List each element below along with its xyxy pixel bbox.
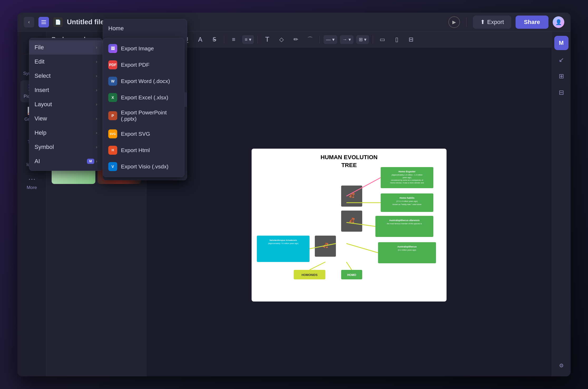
export-ppt-icon: P	[108, 111, 117, 120]
export-html[interactable]: H Export Html	[103, 142, 184, 158]
text-type-button[interactable]: T	[262, 34, 273, 45]
menu-edit-arrow: ›	[96, 59, 97, 64]
export-excel-label: Export Excel (.xlsx)	[121, 94, 168, 101]
svg-text:(Approximately 7-6 million yea: (Approximately 7-6 million years ago)	[268, 242, 298, 245]
svg-line-28	[346, 244, 378, 253]
menu-button[interactable]	[38, 17, 49, 27]
export-html-icon: H	[108, 146, 117, 155]
grid-select[interactable]: ⊞ ▾	[356, 35, 369, 44]
toolbar-divider-4	[373, 36, 373, 43]
svg-text:Homo habilis: Homo habilis	[400, 197, 415, 199]
export-word-icon: W	[108, 77, 117, 86]
menu-insert-arrow: ›	[96, 88, 97, 93]
export-svg[interactable]: SVG Export SVG	[103, 126, 184, 142]
svg-rect-6	[381, 193, 433, 212]
ai-label: M	[559, 40, 564, 46]
export-image[interactable]: 🖼 Export Image	[103, 40, 184, 57]
back-button[interactable]: ‹	[24, 17, 34, 27]
align-button[interactable]: ≡	[228, 34, 239, 45]
svg-text:(Approximately 1.9 million - 1: (Approximately 1.9 million - 1.4 million	[391, 174, 423, 176]
menu-item-insert[interactable]: Insert ›	[29, 83, 102, 97]
ai-badge[interactable]: M	[554, 36, 569, 50]
toolbar-divider-2	[258, 36, 258, 43]
distribute-button[interactable]: ⊟	[405, 34, 417, 45]
right-btn-import[interactable]: ↙	[555, 53, 568, 66]
diagram-title: HUMAN EVOLUTION	[257, 154, 441, 161]
svg-text:years ago): years ago)	[403, 177, 411, 179]
align-select[interactable]: ≡ ▾	[242, 35, 254, 44]
menu-layout-label: Layout	[35, 101, 52, 108]
export-submenu[interactable]: 🖼 Export Image PDF Export PDF W Export W…	[103, 38, 184, 177]
right-btn-layers[interactable]: ⊟	[555, 86, 568, 99]
export-svg-label: Export SVG	[121, 131, 150, 137]
text-color-button[interactable]: A	[194, 34, 206, 45]
line-end-select[interactable]: → ▾	[340, 35, 354, 44]
frame1-button[interactable]: ▭	[377, 34, 388, 45]
evolution-diagram: HUMAN EVOLUTION TREE Homo Ergaster (Appr…	[252, 149, 447, 302]
menu-symbol-label: Symbol	[35, 144, 54, 150]
export-pdf-icon: PDF	[108, 60, 117, 69]
shape-button[interactable]: ◇	[276, 34, 287, 45]
strikethrough-button[interactable]: S̶	[209, 34, 220, 45]
line-style-select[interactable]: — ▾	[324, 35, 337, 44]
export-excel-icon: X	[108, 93, 117, 102]
menu-file-arrow: ›	[96, 45, 97, 50]
svg-text:Homo Ergaster: Homo Ergaster	[399, 170, 416, 173]
export-icon: ⬆	[480, 19, 485, 26]
export-svg-icon: SVG	[108, 129, 117, 138]
avatar: 👤	[553, 16, 564, 28]
ai-icon: M	[87, 159, 94, 164]
play-button[interactable]: ▶	[448, 16, 460, 28]
svg-text:HOMO: HOMO	[347, 273, 356, 276]
svg-line-35	[346, 262, 352, 270]
file-menu[interactable]: File › Edit › Select › Insert › Layout ›…	[29, 38, 103, 171]
svg-line-34	[310, 262, 325, 270]
menu-item-select[interactable]: Select ›	[29, 69, 102, 83]
export-button[interactable]: ⬆ Export	[473, 16, 511, 29]
export-ppt[interactable]: P Export PowerPoint (.pptx)	[103, 106, 184, 126]
menu-ai-label: AI	[35, 158, 40, 165]
export-visio-label: Export Visio (.vsdx)	[121, 163, 169, 170]
menu-view-arrow: ›	[96, 116, 97, 121]
menu-help-arrow: ›	[96, 130, 97, 135]
right-sidebar: M ↙ ⊞ ⊟ ⚙	[552, 32, 571, 376]
export-word[interactable]: W Export Word (.docx)	[103, 73, 184, 89]
share-button[interactable]: Share	[516, 16, 548, 29]
menu-item-layout[interactable]: Layout ›	[29, 97, 102, 111]
menu-item-view[interactable]: View ›	[29, 111, 102, 126]
export-html-label: Export Html	[121, 147, 150, 153]
toolbar: B I U A S̶ ≡ ≡ ▾ T ◇ ✏ ⌒ — ▾ → ▾ ⊞ ▾ ▭ ▯	[146, 32, 552, 47]
menu-item-edit[interactable]: Edit ›	[29, 55, 102, 69]
export-pdf[interactable]: PDF Export PDF	[103, 57, 184, 73]
right-btn-grid[interactable]: ⊞	[555, 70, 568, 83]
export-label: Export	[487, 19, 504, 26]
file-icon: 📄	[53, 17, 63, 27]
svg-text:Sahelanthropus tchadensis: Sahelanthropus tchadensis	[270, 239, 297, 241]
menu-item-symbol[interactable]: Symbol ›	[29, 140, 102, 154]
menu-file-label: File	[35, 44, 44, 51]
menu-symbol-arrow: ›	[96, 145, 97, 149]
title-divider	[466, 17, 467, 27]
connector-button[interactable]: ⌒	[304, 34, 316, 45]
title-bar: ‹ 📄 Untitled file439 ☆ ▶ ⬆ Export Share …	[17, 13, 571, 32]
toolbar-divider-1	[224, 36, 224, 43]
menu-item-ai[interactable]: AI M ›	[29, 154, 102, 168]
menu-ai-arrow: ›	[96, 159, 97, 164]
menu-select-label: Select	[35, 72, 51, 79]
sidebar-item-more[interactable]: ⋯ More	[20, 172, 43, 193]
export-visio[interactable]: V Export Visio (.vsdx)	[103, 158, 184, 175]
pen-button[interactable]: ✏	[290, 34, 302, 45]
export-ppt-label: Export PowerPoint (.pptx)	[121, 109, 179, 122]
menu-edit-label: Edit	[35, 58, 45, 65]
frame2-button[interactable]: ▯	[391, 34, 403, 45]
menu-select-arrow: ›	[96, 74, 97, 78]
export-pdf-label: Export PDF	[121, 62, 150, 68]
export-excel[interactable]: X Export Excel (.xlsx)	[103, 89, 184, 106]
menu-insert-label: Insert	[35, 87, 49, 94]
export-image-icon: 🖼	[108, 44, 117, 53]
menu-item-file[interactable]: File ›	[29, 40, 102, 55]
sidebar-label-more: More	[27, 185, 37, 190]
submenu-home[interactable]: Home	[103, 21, 187, 36]
right-btn-settings[interactable]: ⚙	[555, 359, 568, 372]
menu-item-help[interactable]: Help ›	[29, 126, 102, 140]
